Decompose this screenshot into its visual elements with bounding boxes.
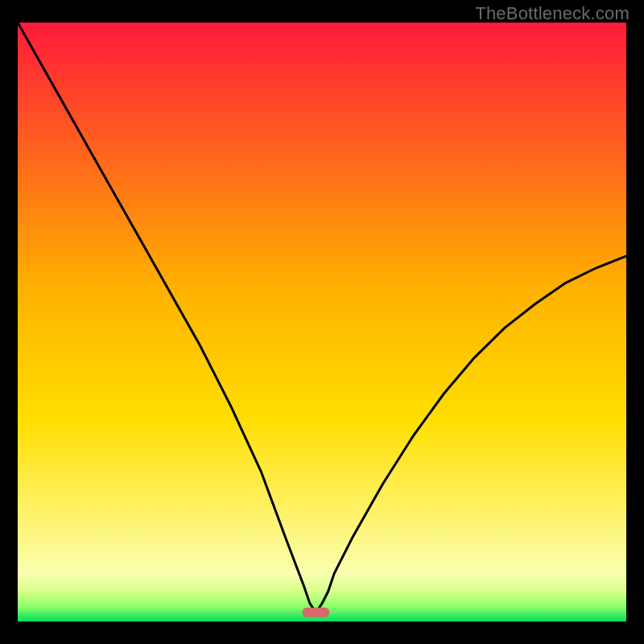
watermark: TheBottleneck.com — [475, 3, 630, 24]
gradient-background — [18, 23, 626, 621]
chart-frame: TheBottleneck.com — [0, 0, 644, 644]
optimal-marker — [302, 608, 329, 617]
plot-area — [18, 23, 626, 621]
bottleneck-chart — [18, 23, 626, 621]
